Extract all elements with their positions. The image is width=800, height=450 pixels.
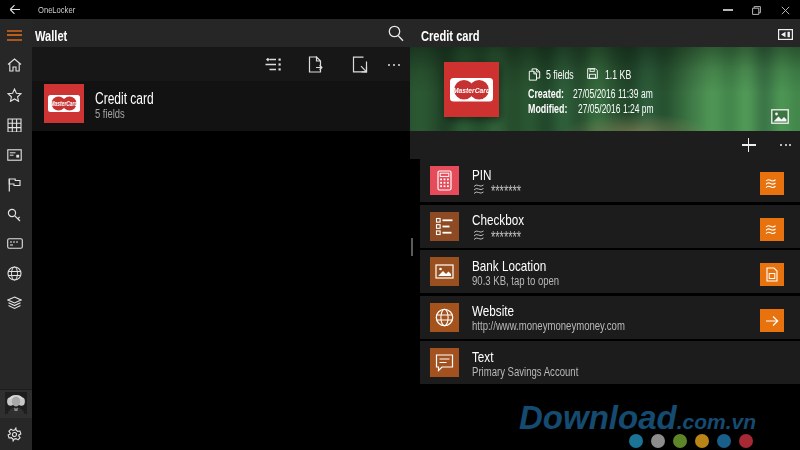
svg-text:MasterCard: MasterCard xyxy=(51,100,78,107)
svg-text:MasterCard: MasterCard xyxy=(453,86,491,95)
